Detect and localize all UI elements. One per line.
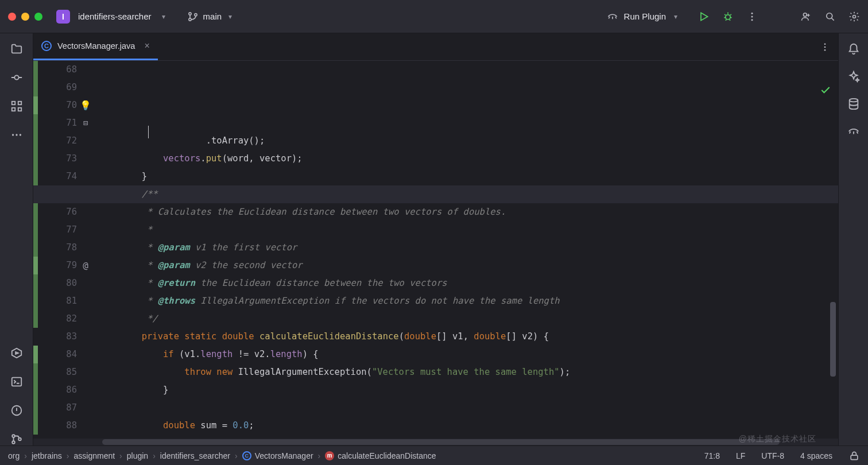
svg-point-11 <box>14 75 18 79</box>
code-line[interactable]: * @param v2 the second vector <box>99 257 838 274</box>
gutter-line[interactable]: 81 <box>38 292 91 310</box>
gutter-line[interactable]: 87 <box>38 399 91 417</box>
right-toolbar <box>838 33 868 445</box>
gutter-line[interactable]: 86 <box>38 381 91 399</box>
breadcrumbs[interactable]: org›jetbrains›assignment›plugin›identifi… <box>8 451 436 460</box>
problems-tool-button[interactable] <box>10 404 23 417</box>
svg-point-26 <box>824 43 826 45</box>
code-line[interactable]: /** <box>99 185 838 203</box>
line-separator[interactable]: LF <box>736 451 745 460</box>
gutter-line[interactable]: 73 <box>38 150 91 168</box>
zoom-window-button[interactable] <box>34 13 42 21</box>
run-configuration-selector[interactable]: Run Plugin ▾ <box>607 11 677 22</box>
svg-rect-12 <box>11 102 15 105</box>
gutter-line[interactable]: 76 <box>38 203 91 221</box>
breadcrumb-segment[interactable]: jetbrains <box>32 451 62 460</box>
code-line[interactable]: throw new IllegalArgumentException("Vect… <box>99 363 838 381</box>
editor: C VectorsManager.java × 686970💡71⊟727374… <box>33 33 838 445</box>
svg-point-25 <box>18 438 21 441</box>
notifications-button[interactable] <box>847 42 860 55</box>
left-toolbar <box>0 33 33 445</box>
debug-button[interactable] <box>722 11 734 22</box>
code-line[interactable]: private static double calculateEuclidean… <box>99 328 838 346</box>
indent-setting[interactable]: 4 spaces <box>800 451 832 460</box>
code-with-me-button[interactable] <box>800 11 812 22</box>
code-line[interactable]: * <box>99 221 838 239</box>
breadcrumb-method[interactable]: mcalculateEuclideanDistance <box>325 451 436 460</box>
code-line[interactable]: * @throws IllegalArgumentException if th… <box>99 292 838 310</box>
gutter-line[interactable]: 80 <box>38 274 91 292</box>
svg-point-4 <box>726 14 730 19</box>
gutter-line[interactable]: 72 <box>38 132 91 150</box>
run-button[interactable] <box>698 11 710 22</box>
gutter-line[interactable]: 70💡 <box>38 96 91 114</box>
code-content[interactable]: .toArray(); vectors.put(word, vector); }… <box>95 61 838 439</box>
breadcrumb-segment[interactable]: assignment <box>74 451 115 460</box>
svg-rect-21 <box>11 378 21 386</box>
gutter-line[interactable]: 85 <box>38 363 91 381</box>
code-line[interactable]: double sum = 0.0; <box>99 417 838 435</box>
gutter-line[interactable]: 84 <box>38 346 91 363</box>
code-line[interactable] <box>99 399 838 417</box>
breadcrumb-file[interactable]: CVectorsManager <box>242 451 313 460</box>
tab-actions-button[interactable] <box>812 33 838 60</box>
gutter-line[interactable]: 78 <box>38 239 91 257</box>
caret-position[interactable]: 71:8 <box>704 451 720 460</box>
code-line[interactable]: * @return the Euclidean distance between… <box>99 274 838 292</box>
gutter-line[interactable]: 77 <box>38 221 91 239</box>
status-bar: org›jetbrains›assignment›plugin›identifi… <box>0 445 868 465</box>
inspection-ok-icon[interactable] <box>766 67 831 120</box>
services-tool-button[interactable] <box>10 347 23 359</box>
code-line[interactable]: */ <box>99 310 838 328</box>
structure-tool-button[interactable] <box>10 100 23 113</box>
breadcrumb-segment[interactable]: identifiers_searcher <box>160 451 230 460</box>
code-line[interactable]: } <box>99 381 838 399</box>
svg-rect-13 <box>18 102 21 105</box>
project-dropdown-icon[interactable]: ▾ <box>162 13 165 21</box>
svg-rect-30 <box>851 455 858 460</box>
code-editor[interactable]: 686970💡71⊟7273747576777879@8081828384858… <box>33 61 838 439</box>
file-encoding[interactable]: UTF-8 <box>761 451 784 460</box>
code-line[interactable]: vectors.put(word, vector); <box>99 150 838 168</box>
git-tool-button[interactable] <box>10 433 23 445</box>
gutter-line[interactable]: 79@ <box>38 257 91 274</box>
close-tab-button[interactable]: × <box>144 41 149 51</box>
code-line[interactable]: .toArray(); <box>99 132 838 150</box>
project-name[interactable]: identifiers-searcher <box>78 11 152 21</box>
more-tools-button[interactable] <box>10 129 23 141</box>
code-line[interactable]: for (int i = 0; i < v1.length; i++) { <box>99 435 838 439</box>
close-window-button[interactable] <box>8 13 16 21</box>
commit-tool-button[interactable] <box>10 71 23 84</box>
terminal-tool-button[interactable] <box>10 375 23 388</box>
code-line[interactable]: * @param v1 the first vector <box>99 239 838 257</box>
gutter-line[interactable]: 82 <box>38 310 91 328</box>
project-tool-button[interactable] <box>10 42 23 55</box>
breadcrumb-segment[interactable]: plugin <box>127 451 148 460</box>
editor-tab[interactable]: C VectorsManager.java × <box>33 33 158 60</box>
search-button[interactable] <box>824 11 836 22</box>
svg-point-24 <box>12 441 15 444</box>
read-only-toggle[interactable] <box>848 450 860 462</box>
gutter-line[interactable]: 69 <box>38 79 91 96</box>
gutter-line[interactable]: 88 <box>38 417 91 435</box>
scrollbar-horizontal[interactable] <box>33 439 838 445</box>
more-actions-button[interactable] <box>746 11 758 22</box>
gutter-line[interactable]: 71⊟ <box>38 114 91 132</box>
gutter-line[interactable]: 83 <box>38 328 91 346</box>
svg-point-23 <box>12 435 15 437</box>
code-line[interactable]: * Calculates the Euclidean distance betw… <box>99 203 838 221</box>
gutter[interactable]: 686970💡71⊟7273747576777879@8081828384858… <box>38 61 95 439</box>
ai-assistant-button[interactable] <box>847 70 860 83</box>
svg-point-5 <box>751 12 753 14</box>
code-line[interactable]: if (v1.length != v2.length) { <box>99 346 838 363</box>
gutter-line[interactable]: 68 <box>38 61 91 79</box>
code-line[interactable]: } <box>99 168 838 185</box>
settings-button[interactable] <box>848 11 860 22</box>
coverage-tool-button[interactable] <box>847 125 860 138</box>
git-branch-selector[interactable]: main ▾ <box>187 11 232 22</box>
svg-marker-3 <box>701 13 708 20</box>
gutter-line[interactable]: 74 <box>38 168 91 185</box>
breadcrumb-segment[interactable]: org <box>8 451 20 460</box>
minimize-window-button[interactable] <box>21 13 29 21</box>
database-tool-button[interactable] <box>847 98 860 110</box>
